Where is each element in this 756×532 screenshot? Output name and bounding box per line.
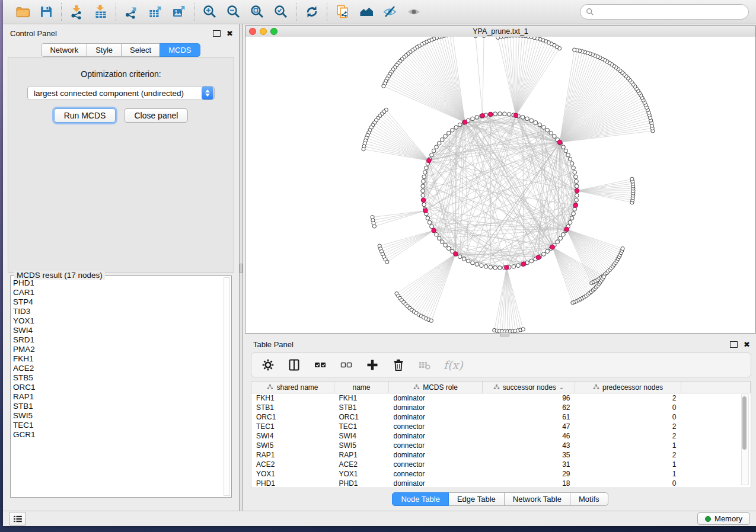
table-row[interactable]: SWI4SWI4dominator462 <box>251 431 751 441</box>
network-window-titlebar[interactable]: YPA_prune.txt_1 <box>245 26 755 37</box>
table-cell: 2 <box>575 422 681 431</box>
apply-layout-button[interactable] <box>303 3 321 21</box>
tab-edge-table[interactable]: Edge Table <box>448 492 505 506</box>
table-row[interactable]: YOX1YOX1connector291 <box>251 469 751 479</box>
table-cell: SWI4 <box>251 431 334 441</box>
dropdown-stepper-icon <box>202 86 213 100</box>
mcds-result-item[interactable]: TEC1 <box>13 421 224 430</box>
mcds-result-item[interactable]: SWI4 <box>13 326 224 335</box>
zoom-out-button[interactable] <box>225 3 243 21</box>
zoom-in-button[interactable] <box>201 3 219 21</box>
mcds-result-item[interactable]: ACE2 <box>13 364 224 373</box>
criterion-dropdown[interactable]: largest connected component (undirected) <box>27 86 215 100</box>
tab-style[interactable]: Style <box>87 43 122 57</box>
tab-motifs[interactable]: Motifs <box>570 492 608 506</box>
mcds-result-item[interactable]: STB1 <box>13 402 224 411</box>
memory-button[interactable]: Memory <box>697 512 750 525</box>
mcds-result-item[interactable]: PMA2 <box>13 345 224 354</box>
table-row[interactable]: PHD1PHD1dominator180 <box>251 479 751 488</box>
add-button[interactable] <box>365 358 379 372</box>
mcds-result-item[interactable]: SWI5 <box>13 411 224 421</box>
save-button[interactable] <box>37 3 55 21</box>
table-cell: ACE2 <box>251 460 334 469</box>
table-cell-empty <box>681 412 751 422</box>
import-network-button[interactable] <box>68 3 86 21</box>
mcds-result-item[interactable]: STP4 <box>13 297 224 307</box>
column-label: name <box>352 383 370 392</box>
splitter-grip[interactable] <box>240 264 243 273</box>
table-row[interactable]: SWI5SWI5connector431 <box>251 441 751 450</box>
show-all-button[interactable] <box>405 3 423 21</box>
control-panel: Control Panel ✖ NetworkStyleSelectMCDS O… <box>3 24 239 511</box>
tab-mcds[interactable]: MCDS <box>160 43 200 57</box>
table-close-icon[interactable]: ✖ <box>744 340 750 349</box>
network-graph[interactable] <box>245 37 755 333</box>
tab-network[interactable]: Network <box>41 43 87 57</box>
columns-button[interactable] <box>287 358 301 372</box>
table-cell: dominator <box>389 479 483 488</box>
zoom-in-icon <box>202 4 218 20</box>
column-header-successor-nodes[interactable]: successor nodes⌄ <box>483 382 575 393</box>
close-panel-icon[interactable]: ✖ <box>227 29 233 38</box>
first-neighbors-button[interactable] <box>358 3 375 21</box>
table-row[interactable]: STB1STB1dominator620 <box>251 403 751 412</box>
table-cell: 46 <box>483 431 575 441</box>
mcds-result-item[interactable]: YOX1 <box>13 316 224 326</box>
close-panel-button[interactable]: Close panel <box>124 108 188 123</box>
open-folder-button[interactable] <box>14 3 31 21</box>
gear-button[interactable] <box>261 358 275 372</box>
export-network-button[interactable] <box>123 3 141 21</box>
mcds-result-item[interactable]: STB5 <box>13 373 224 383</box>
table-row[interactable]: ACE2ACE2connector311 <box>251 460 751 469</box>
table-row[interactable]: ORC1ORC1dominator610 <box>251 412 751 422</box>
show-panels-button[interactable] <box>9 512 26 525</box>
table-scrollbar-thumb[interactable] <box>742 396 747 450</box>
table-row[interactable]: RAP1RAP1dominator352 <box>251 450 751 460</box>
network-view-window: YPA_prune.txt_1 <box>245 25 756 334</box>
table-cell-empty <box>681 450 751 460</box>
table-scrollbar[interactable] <box>741 395 749 485</box>
mcds-result-item[interactable]: CAR1 <box>13 288 224 297</box>
hide-selected-button[interactable] <box>381 3 399 21</box>
mcds-result-item[interactable]: GCR1 <box>13 430 224 440</box>
mcds-result-list[interactable]: PHD1CAR1STP4TID3YOX1SWI4SRD1PMA2FKH1ACE2… <box>13 278 224 496</box>
zoom-selected-button[interactable] <box>272 3 290 21</box>
export-table-button[interactable] <box>146 3 164 21</box>
main-toolbar <box>3 0 756 24</box>
select-all-icon <box>314 358 327 371</box>
vertical-splitter[interactable] <box>239 24 243 511</box>
tab-network-table[interactable]: Network Table <box>504 492 570 506</box>
column-label: predecessor nodes <box>602 383 663 392</box>
deselect-all-button[interactable] <box>339 358 353 372</box>
column-header-predecessor-nodes[interactable]: predecessor nodes <box>575 382 681 393</box>
duplicate-network-button[interactable] <box>334 3 352 21</box>
column-header-shared-name[interactable]: shared name <box>251 382 334 393</box>
search-input[interactable] <box>597 7 748 17</box>
mcds-result-item[interactable]: FKH1 <box>13 354 224 364</box>
table-row[interactable]: TEC1TEC1connector472 <box>251 422 751 431</box>
search-box[interactable] <box>580 4 749 20</box>
table-cell-empty <box>681 460 751 469</box>
column-header-name[interactable]: name <box>334 382 389 393</box>
zoom-fit-button[interactable] <box>248 3 266 21</box>
network-canvas[interactable] <box>245 37 755 333</box>
run-mcds-button[interactable]: Run MCDS <box>54 108 116 123</box>
table-float-icon[interactable] <box>730 341 738 348</box>
delete-button[interactable] <box>391 358 406 372</box>
import-table-button[interactable] <box>92 3 110 21</box>
float-panel-icon[interactable] <box>213 30 221 37</box>
mcds-result-item[interactable]: TID3 <box>13 307 224 316</box>
table-row[interactable]: FKH1FKH1dominator962 <box>251 393 751 403</box>
mcds-list-scrollbar[interactable] <box>224 277 230 496</box>
mcds-result-item[interactable]: ORC1 <box>13 383 224 392</box>
column-header-MCDS-role[interactable]: MCDS role <box>389 382 483 393</box>
table-cell: PHD1 <box>334 479 389 488</box>
tab-select[interactable]: Select <box>121 43 160 57</box>
select-all-button[interactable] <box>313 358 327 372</box>
mcds-result-item[interactable]: PHD1 <box>13 278 224 288</box>
mcds-result-item[interactable]: RAP1 <box>13 392 224 402</box>
tab-node-table[interactable]: Node Table <box>392 492 449 506</box>
horizontal-splitter-grip[interactable] <box>500 332 509 336</box>
export-image-button[interactable] <box>170 3 188 21</box>
mcds-result-item[interactable]: SRD1 <box>13 335 224 345</box>
